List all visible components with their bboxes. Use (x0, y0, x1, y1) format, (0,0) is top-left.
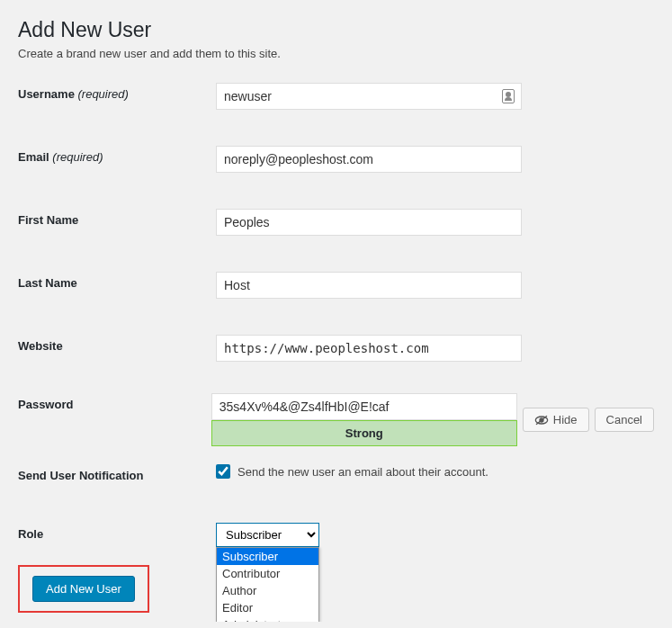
email-label: Email (required) (18, 146, 216, 164)
role-select[interactable]: Subscriber (216, 523, 319, 547)
hide-password-button[interactable]: Hide (523, 408, 589, 432)
role-label: Role (18, 523, 216, 541)
first-name-label: First Name (18, 209, 216, 227)
website-label: Website (18, 335, 216, 353)
page-subtitle: Create a brand new user and add them to … (18, 47, 654, 60)
username-input[interactable] (216, 83, 522, 110)
email-input[interactable] (216, 146, 522, 173)
notification-label: Send User Notification (18, 464, 216, 482)
role-option-author[interactable]: Author (217, 582, 318, 599)
role-option-subscriber[interactable]: Subscriber (217, 548, 318, 565)
username-label: Username (required) (18, 83, 216, 101)
password-strength-meter: Strong (211, 420, 517, 446)
notification-checkbox-label: Send the new user an email about their a… (237, 465, 488, 479)
cancel-password-button[interactable]: Cancel (595, 408, 654, 432)
password-input[interactable] (211, 393, 517, 420)
website-input[interactable] (216, 335, 522, 362)
last-name-label: Last Name (18, 272, 216, 290)
add-user-button[interactable]: Add New User (32, 576, 135, 602)
notification-checkbox[interactable] (216, 464, 230, 479)
role-option-contributor[interactable]: Contributor (217, 565, 318, 582)
contact-card-icon (502, 89, 515, 103)
role-dropdown-list: Subscriber Contributor Author Editor Adm… (216, 547, 319, 622)
submit-highlight-box: Add New User (18, 565, 149, 613)
last-name-input[interactable] (216, 272, 522, 299)
role-option-editor[interactable]: Editor (217, 599, 318, 616)
first-name-input[interactable] (216, 209, 522, 236)
role-option-administrator[interactable]: Administrator (217, 616, 318, 622)
eye-hidden-icon (534, 415, 549, 426)
password-label: Password (18, 393, 211, 411)
page-title: Add New User (18, 18, 654, 42)
